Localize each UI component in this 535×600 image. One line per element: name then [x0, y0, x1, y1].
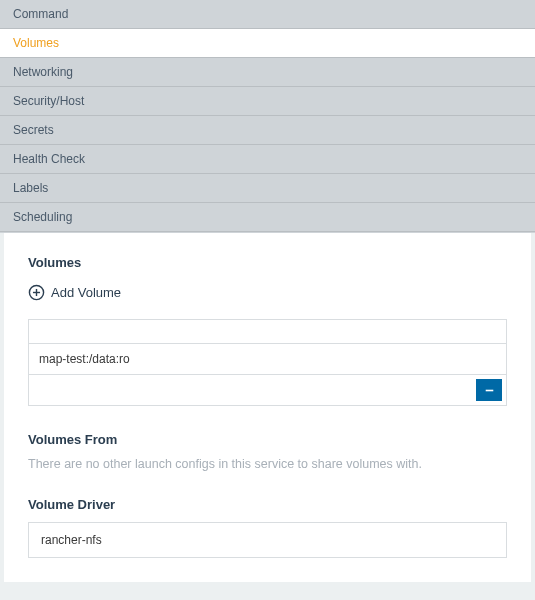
add-volume-label: Add Volume: [51, 285, 121, 300]
tab-health-check[interactable]: Health Check: [0, 145, 535, 174]
volume-entry-footer: [29, 375, 506, 405]
tab-security-host[interactable]: Security/Host: [0, 87, 535, 116]
volumes-from-message: There are no other launch configs in thi…: [28, 457, 507, 471]
minus-icon: [483, 384, 496, 397]
volumes-heading: Volumes: [28, 255, 507, 270]
volumes-panel: Volumes Add Volume map-test:/data:ro Vol…: [4, 233, 531, 582]
tab-networking[interactable]: Networking: [0, 58, 535, 87]
volume-path-input[interactable]: map-test:/data:ro: [29, 344, 506, 375]
tab-secrets[interactable]: Secrets: [0, 116, 535, 145]
remove-volume-button[interactable]: [476, 379, 502, 401]
volume-entry: map-test:/data:ro: [28, 319, 507, 406]
volumes-from-section: Volumes From There are no other launch c…: [28, 432, 507, 471]
plus-circle-icon: [28, 284, 45, 301]
volume-entry-header: [29, 320, 506, 344]
tab-volumes[interactable]: Volumes: [0, 29, 535, 58]
add-volume-button[interactable]: Add Volume: [28, 284, 121, 301]
volume-driver-heading: Volume Driver: [28, 497, 507, 512]
tab-scheduling[interactable]: Scheduling: [0, 203, 535, 232]
tab-command[interactable]: Command: [0, 0, 535, 29]
volume-driver-section: Volume Driver rancher-nfs: [28, 497, 507, 558]
footer-actions: Upgrade Cancel: [0, 592, 535, 600]
tab-list: Command Volumes Networking Security/Host…: [0, 0, 535, 233]
tab-labels[interactable]: Labels: [0, 174, 535, 203]
volumes-from-heading: Volumes From: [28, 432, 507, 447]
volume-driver-input[interactable]: rancher-nfs: [28, 522, 507, 558]
